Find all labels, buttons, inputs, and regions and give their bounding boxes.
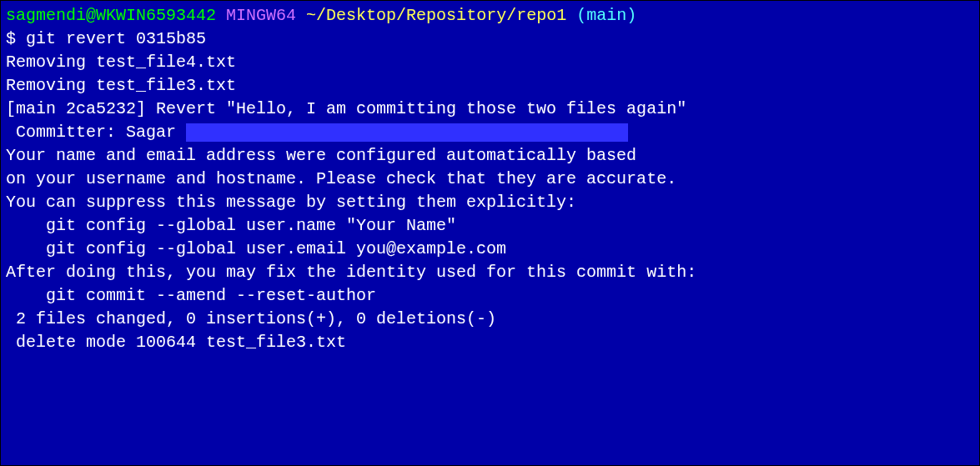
committer-prefix: Committer: Sagar [6, 123, 186, 142]
output-line: delete mode 100644 test_file3.txt [6, 331, 974, 354]
output-line: Your name and email address were configu… [6, 144, 974, 168]
output-line: git config --global user.email you@examp… [6, 238, 974, 261]
redacted-email [186, 123, 628, 142]
output-line: [main 2ca5232] Revert "Hello, I am commi… [6, 98, 974, 121]
shell-env: MINGW64 [226, 6, 296, 25]
output-line: git config --global user.name "Your Name… [6, 214, 974, 238]
output-line: 2 files changed, 0 insertions(+), 0 dele… [6, 308, 974, 331]
output-line: You can suppress this message by setting… [6, 191, 974, 214]
output-line: Removing test_file4.txt [6, 51, 974, 74]
command-line[interactable]: $ git revert 0315b85 [6, 28, 974, 51]
output-line: Committer: Sagar [6, 121, 974, 144]
output-line: on your username and hostname. Please ch… [6, 168, 974, 191]
output-line: After doing this, you may fix the identi… [6, 261, 974, 284]
output-line: git commit --amend --reset-author [6, 284, 974, 308]
user-host: sagmendi@WKWIN6593442 [6, 6, 216, 25]
working-dir: ~/Desktop/Repository/repo1 [306, 6, 566, 25]
branch-name: (main) [576, 6, 636, 25]
output-line: Removing test_file3.txt [6, 74, 974, 98]
prompt-line: sagmendi@WKWIN6593442 MINGW64 ~/Desktop/… [6, 4, 974, 28]
